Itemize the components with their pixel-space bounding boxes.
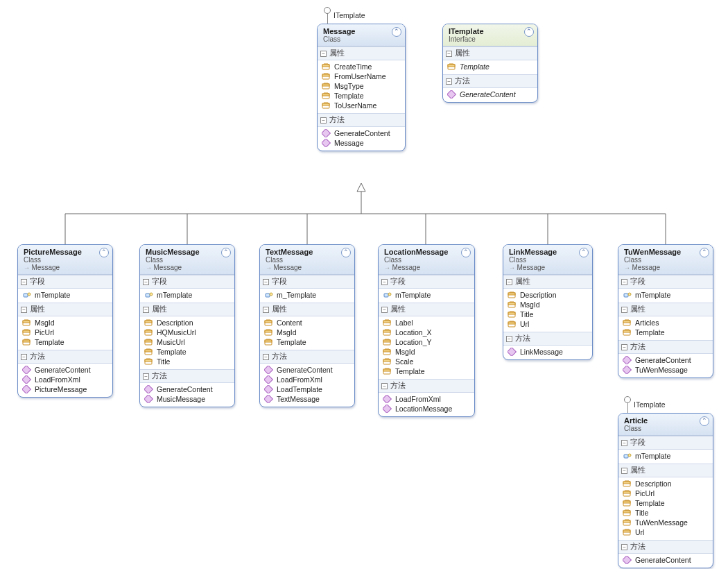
section-props[interactable]: −属性 <box>379 303 474 316</box>
class-header: Message Class ⌃ <box>318 24 405 46</box>
section-props[interactable]: −属性 <box>443 46 537 60</box>
collapse-icon[interactable]: ⌃ <box>461 248 471 257</box>
property-icon <box>264 338 274 346</box>
property-icon <box>623 528 632 536</box>
prop-item: Template <box>19 337 111 347</box>
section-methods[interactable]: −方法 <box>140 369 234 383</box>
class-header: LocationMessage Class Message ⌃ <box>379 245 474 275</box>
methods-list: GenerateContent Message <box>318 127 405 151</box>
section-props[interactable]: −属性 <box>503 275 592 289</box>
collapse-icon[interactable]: ⌃ <box>392 27 401 37</box>
prop-item: PicUrl <box>620 489 711 498</box>
field-item: mTemplate <box>19 290 111 300</box>
property-icon <box>447 62 457 71</box>
class-header: ITemplate Interface ⌃ <box>443 24 537 46</box>
section-methods[interactable]: −方法 <box>379 379 474 393</box>
prop-item: MsgId <box>505 300 591 309</box>
section-methods[interactable]: −方法 <box>503 332 592 346</box>
prop-item: MusicUrl <box>141 337 233 347</box>
field-item: mTemplate <box>620 290 711 300</box>
class-name: TextMessage <box>266 248 350 256</box>
method-item: Message <box>319 138 404 148</box>
collapse-icon[interactable]: ⌃ <box>524 27 534 37</box>
property-icon <box>623 509 632 517</box>
svg-marker-5 <box>357 183 365 192</box>
method-icon <box>508 348 517 356</box>
collapse-icon[interactable]: ⌃ <box>700 248 709 257</box>
class-link-message: LinkMessage Class Message ⌃ −属性 Descript… <box>503 244 593 360</box>
prop-item: HQMusicUrl <box>141 328 233 337</box>
section-methods[interactable]: −方法 <box>260 350 354 364</box>
prop-item: Description <box>505 290 591 300</box>
prop-item: FromUserName <box>319 71 404 81</box>
section-methods[interactable]: −方法 <box>618 340 713 354</box>
collapse-icon[interactable]: ⌃ <box>341 248 351 257</box>
method-item: LoadTemplate <box>261 384 353 394</box>
prop-item: Title <box>141 357 233 366</box>
method-icon <box>144 395 154 403</box>
class-header: Article Class ⌃ <box>618 414 713 436</box>
class-inherit: Message <box>509 264 588 271</box>
prop-item: Title <box>620 508 711 518</box>
section-fields[interactable]: −字段 <box>618 436 713 450</box>
class-inherit: Message <box>624 264 709 271</box>
prop-item: Location_X <box>380 328 473 337</box>
section-fields[interactable]: −字段 <box>18 275 112 289</box>
prop-item: ToUserName <box>319 101 404 110</box>
prop-item: Template <box>620 498 711 508</box>
class-header: TextMessage Class Message ⌃ <box>260 245 354 275</box>
class-name: LocationMessage <box>384 248 470 256</box>
field-icon <box>383 291 392 299</box>
prop-item: CreateTime <box>319 62 404 71</box>
section-methods[interactable]: −方法 <box>443 74 537 88</box>
prop-item: Template <box>380 366 473 376</box>
section-methods[interactable]: −方法 <box>318 113 405 127</box>
section-props[interactable]: −属性 <box>618 464 713 477</box>
prop-item: MsgId <box>380 347 473 357</box>
prop-item: TuWenMessage <box>620 518 711 527</box>
method-icon <box>22 385 32 393</box>
class-stereo: Class <box>323 35 401 43</box>
interface-itemplate: ITemplate Interface ⌃ −属性 Template −方法 G… <box>442 24 538 103</box>
method-item: GenerateContent <box>19 365 111 375</box>
prop-item: Template <box>620 328 711 337</box>
props-list: Template <box>443 60 537 74</box>
class-inherit: Message <box>24 264 108 271</box>
section-props[interactable]: −属性 <box>318 46 405 60</box>
method-icon <box>22 375 32 384</box>
class-name: MusicMessage <box>146 248 230 256</box>
section-props[interactable]: −属性 <box>140 303 234 316</box>
method-item: GenerateContent <box>620 355 711 365</box>
method-item: GenerateContent <box>444 90 536 99</box>
class-name: TuWenMessage <box>624 248 709 256</box>
prop-item: Template <box>261 337 353 347</box>
collapse-icon[interactable]: ⌃ <box>221 248 231 257</box>
section-methods[interactable]: −方法 <box>18 350 112 364</box>
section-fields[interactable]: −字段 <box>379 275 474 289</box>
property-icon <box>22 319 32 327</box>
section-fields[interactable]: −字段 <box>618 275 713 289</box>
section-fields[interactable]: −字段 <box>260 275 354 289</box>
collapse-icon[interactable]: ⌃ <box>700 416 709 426</box>
class-inherit: Message <box>384 264 470 271</box>
section-fields[interactable]: −字段 <box>140 275 234 289</box>
method-icon <box>383 395 392 403</box>
collapse-icon[interactable]: ⌃ <box>579 248 589 257</box>
section-props[interactable]: −属性 <box>618 303 713 316</box>
lollipop-itemplate-message: ITemplate <box>324 7 365 24</box>
property-icon <box>322 72 331 80</box>
field-icon <box>623 291 632 299</box>
property-icon <box>144 328 154 337</box>
prop-item: Content <box>261 318 353 328</box>
class-stereo: Class <box>624 425 709 432</box>
section-methods[interactable]: −方法 <box>618 540 713 554</box>
class-text-message: TextMessage Class Message ⌃ −字段 m_Templa… <box>259 244 355 407</box>
section-props[interactable]: −属性 <box>18 303 112 316</box>
method-item: TextMessage <box>261 394 353 404</box>
class-inherit: Message <box>266 264 350 271</box>
collapse-icon[interactable]: ⌃ <box>99 248 109 257</box>
prop-item: MsgId <box>19 318 111 328</box>
section-props[interactable]: −属性 <box>260 303 354 316</box>
lollipop-itemplate-article: ITemplate <box>624 396 666 413</box>
class-name: Article <box>624 416 709 425</box>
